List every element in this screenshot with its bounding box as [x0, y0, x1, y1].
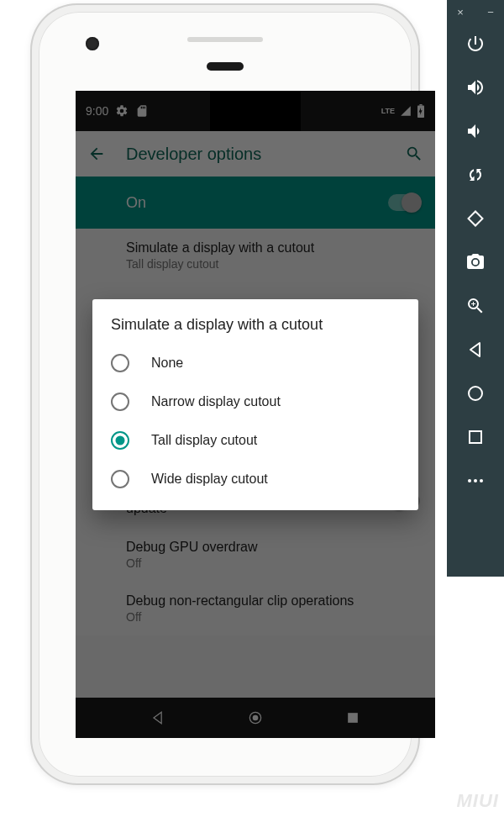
- phone-sensor: [207, 62, 244, 71]
- phone-speaker: [187, 37, 263, 42]
- volume-down-icon: [465, 121, 486, 141]
- emulator-more-button[interactable]: [455, 461, 496, 501]
- radio-icon: [111, 393, 129, 411]
- svg-point-4: [474, 479, 477, 482]
- option-label: Tall display cutout: [151, 433, 257, 448]
- phone-camera: [86, 37, 99, 50]
- svg-rect-0: [469, 212, 483, 226]
- radio-icon: [111, 470, 129, 488]
- emulator-rotate-left-button[interactable]: [455, 155, 496, 195]
- option-label: None: [151, 356, 183, 371]
- emulator-minimize-button[interactable]: −: [484, 5, 497, 18]
- dialog-option-2[interactable]: Tall display cutout: [92, 421, 418, 460]
- emulator-zoom-button[interactable]: [455, 286, 496, 326]
- triangle-back-icon: [465, 340, 486, 360]
- emulator-volume-down-button[interactable]: [455, 111, 496, 151]
- more-horiz-icon: [465, 471, 486, 491]
- circle-home-icon: [465, 383, 486, 403]
- svg-point-3: [468, 479, 471, 482]
- option-label: Narrow display cutout: [151, 394, 281, 409]
- rotate-right-icon: [465, 208, 486, 229]
- camera-icon: [465, 252, 486, 272]
- dialog-option-3[interactable]: Wide display cutout: [92, 460, 418, 498]
- svg-rect-2: [470, 431, 481, 443]
- rotate-left-icon: [465, 165, 486, 185]
- dialog-option-0[interactable]: None: [92, 344, 418, 382]
- square-overview-icon: [465, 427, 486, 447]
- cutout-dialog: Simulate a display with a cutout NoneNar…: [92, 299, 418, 510]
- emulator-sidebar: × −: [447, 0, 504, 577]
- emulator-screenshot-button[interactable]: [455, 242, 496, 282]
- option-label: Wide display cutout: [151, 472, 268, 487]
- power-icon: [465, 34, 486, 54]
- emulator-volume-up-button[interactable]: [455, 67, 496, 108]
- phone-screen: 9:00 LTE Developer options: [76, 91, 435, 738]
- volume-up-icon: [465, 77, 486, 98]
- emulator-rotate-right-button[interactable]: [455, 198, 496, 239]
- dialog-option-1[interactable]: Narrow display cutout: [92, 382, 418, 421]
- emulator-back-button[interactable]: [455, 329, 496, 370]
- zoom-in-icon: [465, 296, 486, 316]
- radio-icon: [111, 431, 129, 450]
- emulator-power-button[interactable]: [455, 24, 496, 64]
- emulator-home-button[interactable]: [455, 373, 496, 414]
- watermark: MIUI: [457, 790, 499, 812]
- radio-icon: [111, 354, 129, 372]
- emulator-close-button[interactable]: ×: [454, 5, 467, 18]
- dialog-title: Simulate a display with a cutout: [92, 316, 418, 344]
- svg-point-5: [480, 479, 483, 482]
- svg-point-1: [469, 387, 482, 400]
- phone-frame: 9:00 LTE Developer options: [30, 3, 420, 785]
- emulator-overview-button[interactable]: [455, 417, 496, 457]
